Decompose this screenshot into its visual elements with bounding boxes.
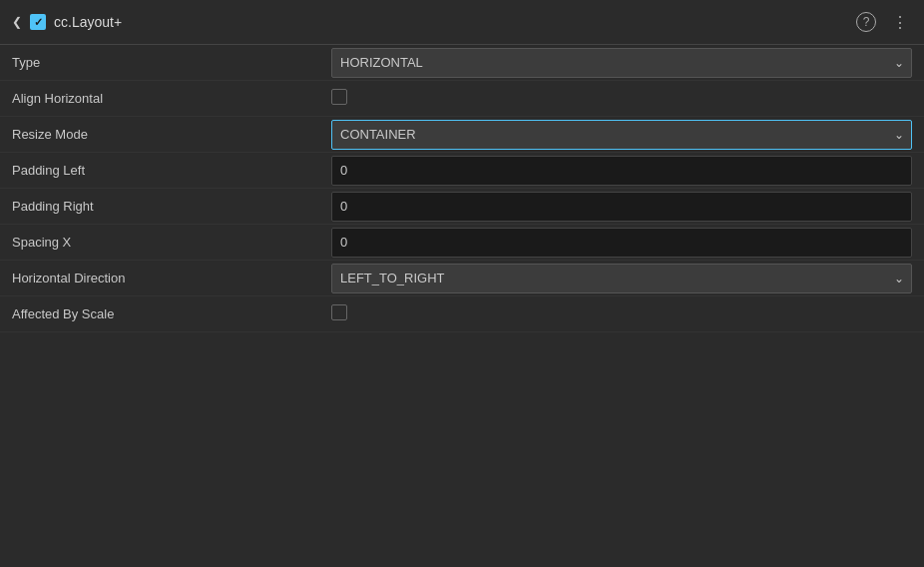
control-horizontal-direction: LEFT_TO_RIGHTRIGHT_TO_LEFT⌄ [331, 264, 912, 293]
checkbox-affected-by-scale[interactable] [331, 304, 347, 320]
checkbox-align-horizontal[interactable] [331, 89, 347, 105]
header-right: ? ⋮ [856, 10, 912, 34]
layout-panel: ❮ cc.Layout+ ? ⋮ TypeHORIZONTALVERTICALG… [0, 0, 924, 332]
control-padding-left [331, 156, 912, 186]
collapse-chevron[interactable]: ❮ [12, 15, 22, 29]
select-resize-mode[interactable]: CONTAINERCHILDRENNONE [331, 120, 912, 150]
row-padding-right: Padding Right [0, 189, 924, 225]
row-spacing-x: Spacing X [0, 225, 924, 261]
label-horizontal-direction: Horizontal Direction [12, 271, 331, 285]
row-padding-left: Padding Left [0, 153, 924, 189]
control-resize-mode: CONTAINERCHILDRENNONE⌄ [331, 120, 912, 150]
header-left: ❮ cc.Layout+ [12, 14, 122, 30]
select-wrapper-horizontal-direction: LEFT_TO_RIGHTRIGHT_TO_LEFT⌄ [331, 264, 912, 293]
select-wrapper-type: HORIZONTALVERTICALGRIDNONE⌄ [331, 48, 912, 78]
help-label: ? [863, 15, 870, 29]
control-align-horizontal [331, 89, 912, 108]
label-padding-right: Padding Right [12, 199, 331, 214]
row-type: TypeHORIZONTALVERTICALGRIDNONE⌄ [0, 45, 924, 81]
row-align-horizontal: Align Horizontal [0, 81, 924, 117]
control-spacing-x [331, 228, 912, 258]
panel-header: ❮ cc.Layout+ ? ⋮ [0, 0, 924, 45]
label-padding-left: Padding Left [12, 163, 331, 178]
label-type: Type [12, 55, 331, 70]
row-affected-by-scale: Affected By Scale [0, 296, 924, 332]
properties-list: TypeHORIZONTALVERTICALGRIDNONE⌄Align Hor… [0, 45, 924, 332]
select-wrapper-resize-mode: CONTAINERCHILDRENNONE⌄ [331, 120, 912, 150]
control-type: HORIZONTALVERTICALGRIDNONE⌄ [331, 48, 912, 78]
row-resize-mode: Resize ModeCONTAINERCHILDRENNONE⌄ [0, 117, 924, 153]
label-spacing-x: Spacing X [12, 235, 331, 250]
select-type[interactable]: HORIZONTALVERTICALGRIDNONE [331, 48, 912, 78]
label-affected-by-scale: Affected By Scale [12, 306, 331, 321]
label-align-horizontal: Align Horizontal [12, 91, 331, 106]
control-padding-right [331, 192, 912, 222]
help-icon[interactable]: ? [856, 12, 876, 32]
row-horizontal-direction: Horizontal DirectionLEFT_TO_RIGHTRIGHT_T… [0, 261, 924, 296]
more-options-button[interactable]: ⋮ [888, 10, 912, 34]
input-padding-right[interactable] [331, 192, 912, 222]
input-padding-left[interactable] [331, 156, 912, 186]
component-enable-checkbox[interactable] [30, 14, 46, 30]
label-resize-mode: Resize Mode [12, 127, 331, 142]
input-spacing-x[interactable] [331, 228, 912, 258]
select-horizontal-direction[interactable]: LEFT_TO_RIGHTRIGHT_TO_LEFT [331, 264, 912, 293]
component-title: cc.Layout+ [54, 14, 122, 30]
control-affected-by-scale [331, 304, 912, 323]
more-icon: ⋮ [892, 13, 908, 32]
